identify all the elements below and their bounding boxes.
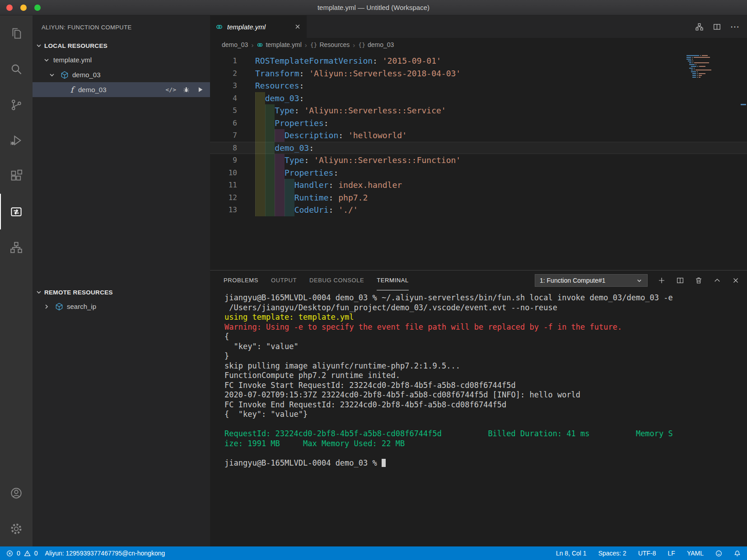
section-header-remote-resources[interactable]: REMOTE RESOURCES [33, 285, 210, 299]
terminal-line: FC Invoke Start RequestId: 23224cd0-2bf8… [224, 381, 747, 391]
chevron-down-icon [48, 71, 56, 79]
terminal-line: Warning: Using -e to specify the event f… [224, 322, 747, 332]
split-terminal-icon[interactable] [676, 276, 684, 285]
chevron-down-icon [35, 42, 42, 49]
language-mode-status[interactable]: YAML [687, 550, 704, 557]
warning-count: 0 [34, 550, 38, 557]
deploy-icon[interactable] [695, 23, 704, 31]
terminal-line [224, 420, 747, 429]
aliyun-logo-icon [215, 23, 223, 31]
encoding-status[interactable]: UTF-8 [638, 550, 656, 557]
activity-aliyun-function-compute[interactable] [0, 194, 33, 229]
code-line[interactable]: 5Type: 'Aliyun::Serverless::Service' [210, 104, 747, 117]
tree-item-search-ip[interactable]: search_ip [33, 299, 210, 314]
minimize-window-button[interactable] [20, 5, 27, 11]
terminal-instance-label: 1: Function Compute#1 [540, 277, 606, 284]
new-terminal-icon[interactable] [658, 276, 666, 285]
code-line[interactable]: 13CodeUri: './' [210, 204, 747, 216]
code-line[interactable]: 7Description: 'helloworld' [210, 129, 747, 142]
code-line[interactable]: 1ROSTemplateFormatVersion: '2015-09-01' [210, 55, 747, 67]
breadcrumb-item-file[interactable]: template.yml [257, 41, 301, 48]
section-header-local-resources[interactable]: LOCAL RESOURCES [33, 39, 210, 52]
activity-search[interactable] [0, 51, 33, 87]
bell-icon [734, 550, 741, 557]
gear-icon [9, 522, 23, 536]
tab-label: template.yml [227, 23, 266, 31]
terminal-line: RequestId: 23224cd0-2bf8-4b5f-a5b8-cd08f… [224, 429, 747, 439]
close-panel-icon[interactable] [732, 276, 740, 285]
chevron-down-icon [636, 277, 643, 284]
tab-debug-console[interactable]: DEBUG CONSOLE [309, 271, 364, 290]
status-bar: 0 0 Aliyun: 1295939377467795@cn-hongkong… [0, 546, 747, 560]
more-actions-icon[interactable]: ⋯ [730, 24, 740, 29]
feedback-button[interactable] [715, 550, 722, 557]
terminal-line: skip pulling image aliyunfc/runtime-php7… [224, 361, 747, 371]
minimap[interactable] [686, 55, 741, 79]
activity-extensions[interactable] [0, 158, 33, 194]
code-line[interactable]: 2Transform: 'Aliyun::Serverless-2018-04-… [210, 67, 747, 80]
terminal-line: "key": "value" [224, 342, 747, 352]
maximize-panel-icon[interactable] [713, 276, 721, 285]
service-cube-icon [60, 70, 69, 79]
activity-accounts[interactable] [0, 475, 33, 511]
code-line[interactable]: 9Type: 'Aliyun::Serverless::Function' [210, 154, 747, 167]
problems-status[interactable]: 0 0 [6, 550, 38, 557]
code-line[interactable]: 11Handler: index.handler [210, 179, 747, 191]
eol-status[interactable]: LF [668, 550, 675, 557]
local-invoke-config-icon[interactable]: </> [166, 86, 176, 93]
tree-item-label: search_ip [67, 303, 96, 310]
code-line[interactable]: 6Properties: [210, 117, 747, 130]
code-line[interactable]: 12Runtime: php7.2 [210, 191, 747, 204]
activity-settings[interactable] [0, 511, 33, 546]
breadcrumb-item-demo03[interactable]: {}demo_03 [358, 41, 394, 48]
terminal-cursor [382, 459, 386, 467]
code-line[interactable]: 3Resources: [210, 79, 747, 92]
run-icon[interactable] [196, 86, 204, 93]
breadcrumb-item-folder[interactable]: demo_03 [222, 41, 248, 48]
tab-problems[interactable]: PROBLEMS [224, 271, 258, 290]
code-lines: 1ROSTemplateFormatVersion: '2015-09-01'2… [210, 55, 747, 216]
kill-terminal-icon[interactable] [695, 276, 703, 285]
activity-run-debug[interactable] [0, 122, 33, 158]
aliyun-account-status[interactable]: Aliyun: 1295939377467795@cn-hongkong [45, 550, 165, 557]
breadcrumb-item-resources[interactable]: {}Resources [310, 41, 350, 48]
code-line[interactable]: 8demo_03: [210, 142, 747, 154]
tree-item-function-demo03[interactable]: f demo_03 </> [33, 82, 210, 97]
zoom-window-button[interactable] [34, 5, 41, 11]
indentation-status[interactable]: Spaces: 2 [598, 550, 626, 557]
cursor-position-status[interactable]: Ln 8, Col 1 [556, 550, 587, 557]
search-icon [9, 62, 23, 76]
window-title: template.yml — Untitled (Workspace) [0, 4, 747, 11]
accounts-icon [9, 486, 23, 500]
close-window-button[interactable] [6, 5, 13, 11]
run-debug-icon [9, 134, 23, 147]
section-label: LOCAL RESOURCES [44, 42, 107, 49]
activity-explorer[interactable] [0, 15, 33, 51]
terminal-line: { "key": "value"} [224, 410, 747, 420]
notifications-button[interactable] [734, 550, 741, 557]
terminal-line: { [224, 332, 747, 342]
debug-icon[interactable] [182, 86, 190, 93]
tree-item-label: template.yml [53, 56, 92, 64]
tab-output[interactable]: OUTPUT [271, 271, 297, 290]
tree-item-service-demo03[interactable]: demo_03 [33, 67, 210, 82]
aliyun-logo-icon [257, 42, 263, 48]
deploy-pipeline-icon [9, 241, 23, 254]
tab-template-yml[interactable]: template.yml [210, 15, 307, 38]
breadcrumb: demo_03 › template.yml › {}Resources › {… [210, 38, 747, 51]
tab-terminal[interactable]: TERMINAL [377, 271, 409, 290]
section-label: REMOTE RESOURCES [44, 289, 113, 296]
tree-item-template-yml[interactable]: template.yml [33, 52, 210, 67]
warning-icon [24, 550, 31, 557]
code-line[interactable]: 4demo_03: [210, 92, 747, 105]
activity-aliyun-deploy[interactable] [0, 229, 33, 265]
close-tab-icon[interactable] [294, 23, 301, 30]
code-line[interactable]: 10Properties: [210, 167, 747, 179]
terminal[interactable]: jiangyu@B-165MLVDL-0004 demo_03 % ~/.ali… [210, 290, 747, 546]
split-editor-icon[interactable] [713, 23, 721, 31]
activity-source-control[interactable] [0, 87, 33, 122]
terminal-line: using template: template.yml [224, 313, 747, 322]
terminal-instance-select[interactable]: 1: Function Compute#1 [535, 274, 648, 287]
code-editor[interactable]: 1ROSTemplateFormatVersion: '2015-09-01'2… [210, 51, 747, 270]
titlebar: template.yml — Untitled (Workspace) [0, 0, 747, 15]
